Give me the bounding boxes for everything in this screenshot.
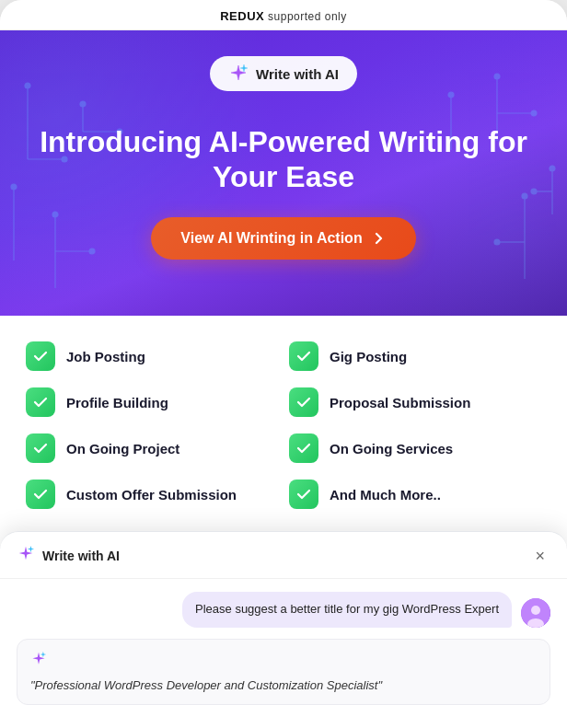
check-icon	[289, 341, 318, 371]
check-icon	[26, 387, 55, 417]
feature-label-custom-offer: Custom Offer Submission	[66, 487, 237, 503]
hero-section: Write with AI Introducing AI-Powered Wri…	[0, 30, 567, 316]
ai-response-card: "Professional WordPress Developer and Cu…	[17, 639, 550, 705]
svg-point-17	[531, 110, 537, 116]
features-grid: Job Posting Gig Posting Profile Building…	[26, 341, 541, 509]
chat-panel: Write with AI × Please suggest a better …	[0, 531, 567, 728]
check-icon	[26, 433, 55, 463]
feature-and-more: And Much More..	[289, 480, 541, 509]
feature-ongoing-project: On Going Project	[26, 433, 278, 463]
top-banner: REDUX supported only	[0, 0, 567, 30]
features-section: Job Posting Gig Posting Profile Building…	[0, 316, 567, 527]
feature-label-and-more: And Much More..	[330, 487, 441, 503]
svg-point-29	[531, 606, 540, 615]
check-icon	[289, 387, 318, 417]
chevron-right-icon	[370, 230, 387, 247]
feature-label-proposal-submission: Proposal Submission	[330, 395, 470, 410]
feature-label-ongoing-project: On Going Project	[66, 441, 179, 456]
chat-header-left: Write with AI	[17, 545, 120, 567]
badge-label: Write with AI	[256, 66, 339, 82]
check-icon	[26, 480, 55, 509]
feature-label-gig-posting: Gig Posting	[330, 349, 407, 364]
feature-job-posting: Job Posting	[26, 341, 278, 371]
check-icon	[289, 480, 318, 509]
app-frame: REDUX supported only	[0, 0, 567, 728]
feature-profile-building: Profile Building	[26, 387, 278, 417]
sparkle-icon	[228, 64, 249, 84]
banner-text: REDUX supported only	[220, 10, 347, 23]
feature-ongoing-services: On Going Services	[289, 433, 541, 463]
feature-label-ongoing-services: On Going Services	[330, 441, 453, 456]
feature-label-job-posting: Job Posting	[66, 349, 145, 364]
hero-title: Introducing AI-Powered Writing for Your …	[28, 124, 539, 195]
feature-proposal-submission: Proposal Submission	[289, 387, 541, 417]
check-icon	[26, 341, 55, 371]
ai-response-header	[30, 651, 537, 671]
chat-sparkle-icon	[17, 545, 35, 567]
feature-gig-posting: Gig Posting	[289, 341, 541, 371]
svg-point-9	[11, 184, 17, 190]
user-message-bubble: Please suggest a better title for my gig…	[182, 592, 512, 628]
write-ai-badge: Write with AI	[210, 56, 357, 91]
chat-close-button[interactable]: ×	[529, 546, 550, 566]
svg-point-6	[52, 212, 58, 217]
feature-custom-offer: Custom Offer Submission	[26, 480, 278, 509]
chat-title: Write with AI	[42, 549, 120, 563]
cta-button[interactable]: View AI Wrinting in Action	[151, 217, 415, 260]
svg-point-21	[494, 239, 500, 245]
check-icon	[289, 433, 318, 463]
svg-point-26	[550, 166, 555, 171]
user-avatar	[521, 598, 550, 628]
ai-sparkle-icon	[30, 651, 47, 671]
chat-header: Write with AI ×	[0, 532, 567, 579]
svg-point-7	[89, 248, 95, 254]
user-message-row: Please suggest a better title for my gig…	[17, 592, 550, 628]
redux-brand: REDUX	[220, 9, 264, 23]
ai-response-text: "Professional WordPress Developer and Cu…	[30, 678, 382, 692]
feature-label-profile-building: Profile Building	[66, 395, 168, 410]
chat-messages: Please suggest a better title for my gig…	[0, 579, 567, 728]
